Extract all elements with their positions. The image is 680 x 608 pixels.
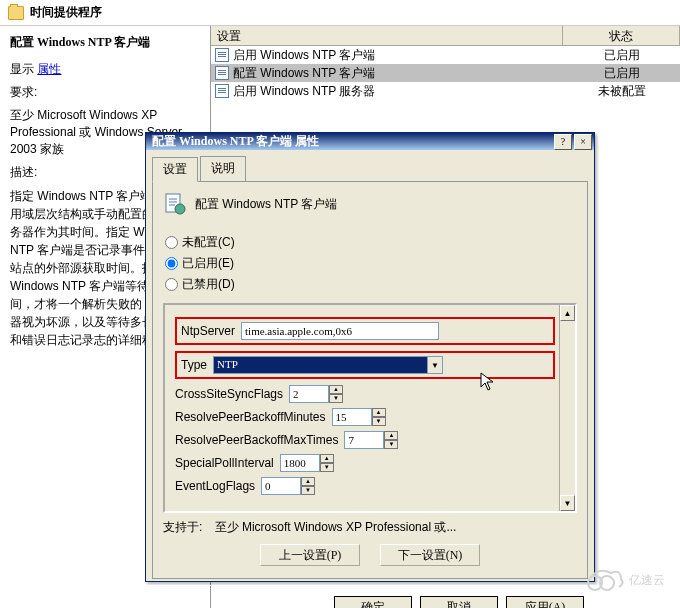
dialog-titlebar[interactable]: 配置 Windows NTP 客户端 属性 ? × <box>146 133 594 150</box>
grid-row-0[interactable]: 启用 Windows NTP 客户端 已启用 <box>211 46 680 64</box>
radio-disabled[interactable]: 已禁用(D) <box>165 276 577 293</box>
svg-point-1 <box>175 204 185 214</box>
show-label: 显示 <box>10 62 34 76</box>
tab-setting[interactable]: 设置 <box>152 157 198 182</box>
policy-panel-icon <box>163 192 187 216</box>
poll-spinner[interactable]: ▲▼ <box>280 454 334 472</box>
col-status[interactable]: 状态 <box>563 26 680 45</box>
eventlog-label: EventLogFlags <box>175 479 255 493</box>
cursor-icon <box>480 372 496 395</box>
type-highlight: Type NTP ▼ <box>175 351 555 379</box>
properties-link[interactable]: 属性 <box>37 62 61 76</box>
radio-not-configured[interactable]: 未配置(C) <box>165 234 577 251</box>
ntpserver-label: NtpServer <box>181 324 235 338</box>
policy-icon <box>215 66 229 80</box>
dialog-title: 配置 Windows NTP 客户端 属性 <box>152 133 319 150</box>
scroll-down-icon[interactable]: ▼ <box>560 495 575 511</box>
resolvemin-label: ResolvePeerBackoffMinutes <box>175 410 326 424</box>
apply-button[interactable]: 应用(A) <box>506 596 584 608</box>
settings-scroll-area: NtpServer Type NTP ▼ CrossSiteSyncFlags … <box>163 303 577 513</box>
eventlog-spinner[interactable]: ▲▼ <box>261 477 315 495</box>
poll-label: SpecialPollInterval <box>175 456 274 470</box>
radio-enabled[interactable]: 已启用(E) <box>165 255 577 272</box>
ntpserver-input[interactable] <box>241 322 439 340</box>
policy-icon <box>215 84 229 98</box>
watermark: 亿速云 <box>585 567 665 593</box>
requirements-label: 要求: <box>10 84 200 101</box>
chevron-down-icon[interactable]: ▼ <box>427 356 443 374</box>
dialog-tabs: 设置 说明 <box>146 150 594 181</box>
resolvemax-spinner[interactable]: ▲▼ <box>344 431 398 449</box>
explorer-header: 时间提供程序 <box>0 0 680 26</box>
scrollbar[interactable]: ▲ ▼ <box>559 305 575 511</box>
crosssite-label: CrossSiteSyncFlags <box>175 387 283 401</box>
grid-row-2[interactable]: 启用 Windows NTP 服务器 未被配置 <box>211 82 680 100</box>
close-button[interactable]: × <box>574 134 592 150</box>
resolvemax-label: ResolvePeerBackoffMaxTimes <box>175 433 338 447</box>
col-setting[interactable]: 设置 <box>211 26 563 45</box>
cancel-button[interactable]: 取消 <box>420 596 498 608</box>
tab-explain[interactable]: 说明 <box>200 156 246 181</box>
ntpserver-highlight: NtpServer <box>175 317 555 345</box>
grid-row-1[interactable]: 配置 Windows NTP 客户端 已启用 <box>211 64 680 82</box>
grid-header: 设置 状态 <box>211 26 680 46</box>
properties-dialog: 配置 Windows NTP 客户端 属性 ? × 设置 说明 配置 Windo… <box>145 132 595 582</box>
supported-label: 支持于: <box>163 520 202 534</box>
tab-panel: 配置 Windows NTP 客户端 未配置(C) 已启用(E) 已禁用(D) … <box>152 181 588 579</box>
type-combo[interactable]: NTP ▼ <box>213 356 443 374</box>
help-button[interactable]: ? <box>554 134 572 150</box>
explorer-title: 时间提供程序 <box>30 4 102 21</box>
policy-icon <box>215 48 229 62</box>
panel-header-text: 配置 Windows NTP 客户端 <box>195 196 337 213</box>
prev-setting-button[interactable]: 上一设置(P) <box>260 544 360 566</box>
crosssite-spinner[interactable]: ▲▼ <box>289 385 343 403</box>
next-setting-button[interactable]: 下一设置(N) <box>380 544 480 566</box>
supported-value: 至少 Microsoft Windows XP Professional 或..… <box>215 520 457 534</box>
left-heading: 配置 Windows NTP 客户端 <box>10 34 200 51</box>
resolvemin-spinner[interactable]: ▲▼ <box>332 408 386 426</box>
type-label: Type <box>181 358 207 372</box>
scroll-up-icon[interactable]: ▲ <box>560 305 575 321</box>
ok-button[interactable]: 确定 <box>334 596 412 608</box>
folder-icon <box>8 6 24 20</box>
